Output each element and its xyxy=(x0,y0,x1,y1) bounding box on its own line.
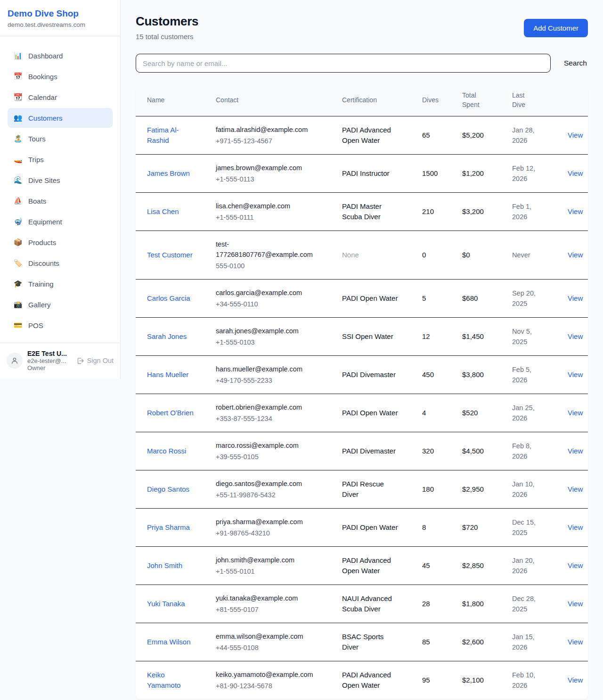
view-link[interactable]: View xyxy=(561,676,583,684)
add-customer-button[interactable]: Add Customer xyxy=(524,19,588,37)
customer-phone: +1-555-0113 xyxy=(216,174,326,184)
customer-phone: +44-555-0108 xyxy=(216,642,326,653)
sidebar-item-equipment[interactable]: 🤿 Equipment xyxy=(8,212,113,231)
last-dive-value: Feb 1, 2026 xyxy=(512,201,543,222)
view-link[interactable]: View xyxy=(561,169,583,177)
sidebar-item-boats[interactable]: ⛵ Boats xyxy=(8,191,113,211)
page-header: Customers 15 total customers Add Custome… xyxy=(136,14,588,41)
customer-name-link[interactable]: Test Customer xyxy=(147,250,193,260)
customer-phone: +1-555-0111 xyxy=(216,212,326,222)
user-name: E2E Test U... xyxy=(27,350,72,357)
sidebar-item-dashboard[interactable]: 📊 Dashboard xyxy=(8,46,113,66)
customer-email: hans.mueller@example.com xyxy=(216,364,316,374)
customer-name-link[interactable]: Keiko Yamamoto xyxy=(147,670,200,691)
dives-cell: 320 xyxy=(411,438,451,464)
view-link[interactable]: View xyxy=(561,251,583,259)
view-link[interactable]: View xyxy=(561,561,583,569)
sidebar-item-trips[interactable]: 🚤 Trips xyxy=(8,149,113,169)
sidebar-item-customers[interactable]: 👥 Customers xyxy=(8,108,113,128)
column-header-name: Name xyxy=(136,89,204,111)
contact-cell: fatima.alrashid@example.com +971-55-123-… xyxy=(204,116,331,154)
view-link[interactable]: View xyxy=(561,332,583,340)
contact-cell: marco.rossi@example.com +39-555-0105 xyxy=(204,432,331,470)
sidebar-item-label: Boats xyxy=(28,197,46,205)
sidebar-item-label: Dive Sites xyxy=(28,176,60,184)
customer-name-link[interactable]: Diego Santos xyxy=(147,484,189,494)
customer-name-link[interactable]: Emma Wilson xyxy=(147,637,191,647)
tours-icon: 🏝️ xyxy=(13,134,23,143)
sidebar-item-bookings[interactable]: 📅 Bookings xyxy=(8,66,113,86)
view-link[interactable]: View xyxy=(561,485,583,493)
customer-name-link[interactable]: John Smith xyxy=(147,560,182,571)
sign-out-button[interactable]: Sign Out xyxy=(76,357,114,365)
sidebar-item-products[interactable]: 📦 Products xyxy=(8,232,113,252)
customer-name-link[interactable]: Marco Rossi xyxy=(147,446,186,456)
customer-name-link[interactable]: Carlos Garcia xyxy=(147,293,190,304)
name-cell: Emma Wilson xyxy=(136,629,204,655)
sidebar-item-calendar[interactable]: 📆 Calendar xyxy=(8,87,113,107)
search-button[interactable]: Search xyxy=(563,56,588,70)
total-spent-cell: $2,850 xyxy=(451,552,501,579)
customer-name-link[interactable]: Fatima Al-Rashid xyxy=(147,125,200,146)
name-cell: Priya Sharma xyxy=(136,514,204,541)
name-cell: Marco Rossi xyxy=(136,438,204,464)
certification-cell: NAUI Advanced Scuba Diver xyxy=(331,585,411,622)
search-input[interactable] xyxy=(136,54,551,73)
customer-phone: +81-90-1234-5678 xyxy=(216,681,326,691)
column-header-certification: Certification xyxy=(331,89,411,111)
customer-phone: +49-170-555-2233 xyxy=(216,375,326,386)
sidebar-item-training[interactable]: 🎓 Training xyxy=(8,274,113,294)
actions-cell: View xyxy=(550,591,588,617)
customers-table: NameContactCertificationDivesTotal Spent… xyxy=(136,84,588,699)
actions-cell: View xyxy=(550,122,588,148)
certification-cell: PADI Master Scuba Diver xyxy=(331,193,411,230)
view-link[interactable]: View xyxy=(561,638,583,646)
discounts-icon: 🏷️ xyxy=(13,259,23,267)
customer-name-link[interactable]: Hans Mueller xyxy=(147,370,188,380)
contact-cell: james.brown@example.com +1-555-0113 xyxy=(204,155,331,192)
customer-name-link[interactable]: Robert O'Brien xyxy=(147,408,194,418)
sidebar-item-dive-sites[interactable]: 🌊 Dive Sites xyxy=(8,170,113,190)
view-link[interactable]: View xyxy=(561,409,583,417)
sidebar-item-discounts[interactable]: 🏷️ Discounts xyxy=(8,253,113,273)
view-link[interactable]: View xyxy=(561,207,583,215)
sidebar-item-gallery[interactable]: 📸 Gallery xyxy=(8,295,113,314)
customer-name-link[interactable]: Priya Sharma xyxy=(147,522,190,533)
contact-cell: diego.santos@example.com +55-11-99876-54… xyxy=(204,470,331,508)
last-dive-value: Dec 28, 2025 xyxy=(512,593,543,614)
view-link[interactable]: View xyxy=(561,371,583,379)
certification-cell: PADI Rescue Diver xyxy=(331,471,411,508)
last-dive-value: Jan 20, 2026 xyxy=(512,555,543,576)
sidebar-item-label: Dashboard xyxy=(28,52,63,60)
customer-phone: +1-555-0101 xyxy=(216,566,326,576)
table-row: Hans Mueller hans.mueller@example.com +4… xyxy=(136,356,588,394)
customer-email: marco.rossi@example.com xyxy=(216,440,316,451)
contact-cell: john.smith@example.com +1-555-0101 xyxy=(204,547,331,585)
customer-name-link[interactable]: Lisa Chen xyxy=(147,206,179,217)
view-link[interactable]: View xyxy=(561,294,583,302)
sidebar-item-label: Training xyxy=(28,280,54,288)
sidebar-item-tours[interactable]: 🏝️ Tours xyxy=(8,129,113,148)
certification-cell: PADI Instructor xyxy=(331,160,411,187)
customer-email: diego.santos@example.com xyxy=(216,478,316,489)
total-spent-cell: $1,800 xyxy=(451,591,501,617)
view-link[interactable]: View xyxy=(561,523,583,531)
customers-icon: 👥 xyxy=(13,114,23,122)
customer-phone: +55-11-99876-5432 xyxy=(216,490,326,500)
table-row: Emma Wilson emma.wilson@example.com +44-… xyxy=(136,623,588,661)
customer-name-link[interactable]: Yuki Tanaka xyxy=(147,599,185,609)
contact-cell: priya.sharma@example.com +91-98765-43210 xyxy=(204,509,331,546)
customer-name-link[interactable]: Sarah Jones xyxy=(147,331,187,342)
customer-name-link[interactable]: James Brown xyxy=(147,168,190,179)
contact-cell: hans.mueller@example.com +49-170-555-223… xyxy=(204,356,331,394)
training-icon: 🎓 xyxy=(13,280,23,288)
customer-phone: +91-98765-43210 xyxy=(216,528,326,538)
view-link[interactable]: View xyxy=(561,131,583,139)
certification-value: PADI Advanced Open Water xyxy=(342,125,399,146)
view-link[interactable]: View xyxy=(561,447,583,455)
sidebar-item-pos[interactable]: 💳 POS xyxy=(8,315,113,335)
view-link[interactable]: View xyxy=(561,600,583,608)
page-title: Customers xyxy=(136,14,198,29)
dives-cell: 45 xyxy=(411,552,451,579)
name-cell: Robert O'Brien xyxy=(136,400,204,426)
